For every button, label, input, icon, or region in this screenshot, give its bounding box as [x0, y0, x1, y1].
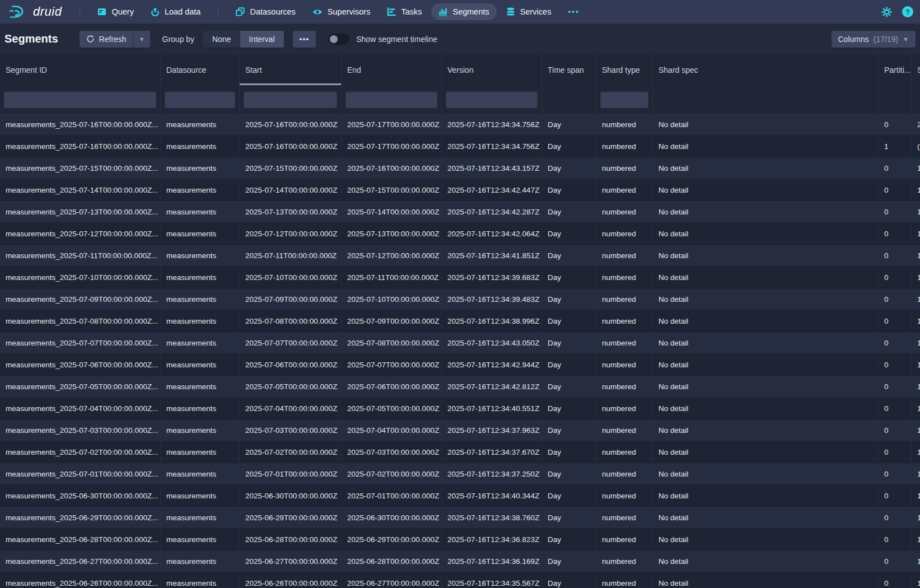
column-header-partition[interactable]: Partiti...: [879, 54, 912, 85]
cell-size: (: [912, 136, 920, 157]
druid-logo[interactable]: druid: [8, 3, 62, 20]
refresh-button[interactable]: Refresh: [80, 31, 133, 48]
cell-segment_id: measurements_2025-07-04T00:00:00.000Z...: [0, 398, 161, 419]
column-header-shard_type[interactable]: Shard type: [596, 54, 653, 85]
filter-cell-datasource: [161, 85, 240, 114]
table-row[interactable]: measurements_2025-07-05T00:00:00.000Z...…: [0, 376, 920, 398]
cell-time_span: Day: [542, 267, 596, 288]
segment-timeline-toggle[interactable]: [328, 34, 349, 45]
gear-icon[interactable]: [881, 7, 892, 17]
column-header-segment_id[interactable]: Segment ID: [0, 54, 161, 85]
cell-time_span: Day: [542, 114, 596, 136]
column-header-version[interactable]: Version: [442, 54, 542, 85]
table-row[interactable]: measurements_2025-06-28T00:00:00.000Z...…: [0, 529, 920, 550]
cell-shard_spec: No detail: [653, 114, 879, 136]
cell-datasource: measurements: [161, 419, 240, 441]
table-row[interactable]: measurements_2025-07-10T00:00:00.000Z...…: [0, 267, 920, 288]
filter-input-start[interactable]: [244, 91, 337, 108]
cell-start: 2025-07-14T00:00:00.000Z: [240, 179, 342, 201]
refresh-dropdown-button[interactable]: ▼: [133, 31, 150, 48]
filter-input-datasource[interactable]: [165, 91, 235, 108]
help-icon[interactable]: ?: [902, 6, 913, 17]
nav-item-segments[interactable]: Segments: [431, 3, 496, 20]
cell-datasource: measurements: [161, 332, 240, 354]
cell-segment_id: measurements_2025-07-07T00:00:00.000Z...: [0, 332, 161, 354]
cell-partition: 0: [879, 267, 912, 288]
cell-size: 1: [912, 485, 920, 507]
table-row[interactable]: measurements_2025-07-06T00:00:00.000Z...…: [0, 354, 920, 376]
filter-cell-version: [442, 85, 542, 114]
filter-input-version[interactable]: [446, 91, 538, 108]
table-row[interactable]: measurements_2025-07-04T00:00:00.000Z...…: [0, 398, 920, 419]
cell-datasource: measurements: [161, 114, 240, 136]
nav-item-tasks[interactable]: Tasks: [380, 3, 429, 20]
cell-partition: 0: [879, 114, 912, 136]
columns-button[interactable]: Columns (17/19) ▼: [832, 31, 916, 48]
table-row[interactable]: measurements_2025-07-01T00:00:00.000Z...…: [0, 463, 920, 485]
table-row[interactable]: measurements_2025-07-14T00:00:00.000Z...…: [0, 179, 920, 201]
group-by-interval-button[interactable]: Interval: [240, 31, 284, 48]
cell-time_span: Day: [542, 485, 596, 507]
cell-size: 1: [912, 441, 920, 463]
column-header-start[interactable]: Start: [240, 54, 342, 85]
cell-end: 2025-07-01T00:00:00.000Z: [342, 485, 442, 507]
cell-start: 2025-06-29T00:00:00.000Z: [240, 507, 342, 529]
table-row[interactable]: measurements_2025-07-02T00:00:00.000Z...…: [0, 441, 920, 463]
cell-start: 2025-07-10T00:00:00.000Z: [240, 267, 342, 288]
cell-start: 2025-07-12T00:00:00.000Z: [240, 223, 342, 245]
toolbar-more-button[interactable]: •••: [293, 31, 316, 48]
nav-item-services[interactable]: Services: [499, 3, 559, 20]
filter-input-shard_type[interactable]: [600, 91, 648, 108]
table-row[interactable]: measurements_2025-07-12T00:00:00.000Z...…: [0, 223, 920, 245]
cell-shard_spec: No detail: [653, 136, 879, 157]
cell-datasource: measurements: [161, 463, 240, 485]
table-row[interactable]: measurements_2025-06-30T00:00:00.000Z...…: [0, 485, 920, 507]
cell-shard_type: numbered: [596, 223, 653, 245]
cell-time_span: Day: [542, 441, 596, 463]
nav-more-button[interactable]: •••: [561, 3, 587, 20]
cell-datasource: measurements: [161, 376, 240, 398]
table-row[interactable]: measurements_2025-06-26T00:00:00.000Z...…: [0, 572, 920, 588]
filter-cell-time_span: [542, 85, 596, 114]
cell-shard_type: numbered: [596, 201, 653, 223]
cell-segment_id: measurements_2025-07-10T00:00:00.000Z...: [0, 267, 161, 288]
cell-end: 2025-07-14T00:00:00.000Z: [342, 201, 442, 223]
cell-partition: 1: [879, 136, 912, 157]
column-header-size[interactable]: S: [912, 54, 920, 85]
table-row[interactable]: measurements_2025-07-16T00:00:00.000Z...…: [0, 136, 920, 157]
table-row[interactable]: measurements_2025-07-16T00:00:00.000Z...…: [0, 114, 920, 136]
table-row[interactable]: measurements_2025-06-27T00:00:00.000Z...…: [0, 550, 920, 572]
table-row[interactable]: measurements_2025-07-11T00:00:00.000Z...…: [0, 245, 920, 267]
eye-icon: [312, 8, 323, 16]
column-header-time_span[interactable]: Time span: [542, 54, 596, 85]
group-by-none-button[interactable]: None: [203, 31, 240, 48]
cell-shard_type: numbered: [596, 332, 653, 354]
column-header-end[interactable]: End: [342, 54, 442, 85]
more-icon: •••: [568, 7, 580, 16]
table-row[interactable]: measurements_2025-07-03T00:00:00.000Z...…: [0, 419, 920, 441]
table-row[interactable]: measurements_2025-07-07T00:00:00.000Z...…: [0, 332, 920, 354]
cell-shard_spec: No detail: [653, 398, 879, 419]
table-row[interactable]: measurements_2025-07-08T00:00:00.000Z...…: [0, 310, 920, 332]
table-row[interactable]: measurements_2025-07-15T00:00:00.000Z...…: [0, 157, 920, 179]
table-row[interactable]: measurements_2025-06-29T00:00:00.000Z...…: [0, 507, 920, 529]
page-title: Segments: [4, 32, 58, 45]
cell-time_span: Day: [542, 354, 596, 376]
cell-size: 1: [912, 223, 920, 245]
filter-input-end[interactable]: [345, 91, 437, 108]
filter-input-segment_id[interactable]: [4, 91, 156, 108]
cell-segment_id: measurements_2025-06-30T00:00:00.000Z...: [0, 485, 161, 507]
nav-item-load-data[interactable]: Load data: [143, 3, 208, 20]
cell-size: 1: [912, 157, 920, 179]
nav-item-query[interactable]: Query: [90, 3, 141, 20]
cell-time_span: Day: [542, 463, 596, 485]
column-header-shard_spec[interactable]: Shard spec: [653, 54, 879, 85]
cell-start: 2025-07-11T00:00:00.000Z: [240, 245, 342, 267]
cell-segment_id: measurements_2025-07-11T00:00:00.000Z...: [0, 245, 161, 267]
column-header-datasource[interactable]: Datasource: [161, 54, 240, 85]
table-row[interactable]: measurements_2025-07-13T00:00:00.000Z...…: [0, 201, 920, 223]
table-row[interactable]: measurements_2025-07-09T00:00:00.000Z...…: [0, 288, 920, 310]
nav-item-datasources[interactable]: Datasources: [228, 3, 302, 20]
refresh-split-button: Refresh ▼: [80, 31, 150, 48]
nav-item-supervisors[interactable]: Supervisors: [305, 3, 378, 20]
